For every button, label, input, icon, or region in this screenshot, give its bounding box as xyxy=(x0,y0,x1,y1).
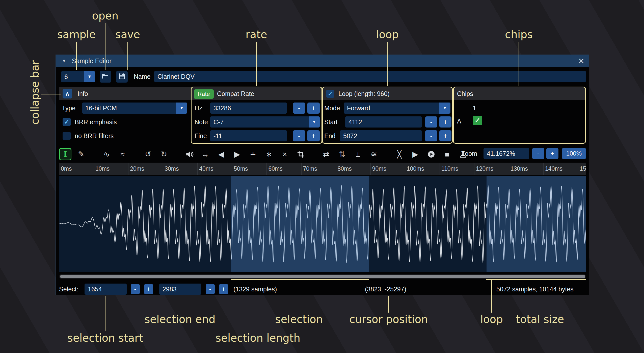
annotation-line-total-size xyxy=(540,296,540,313)
loop-end-minus-button[interactable]: - xyxy=(425,130,437,141)
annotation-line-collapse-bar xyxy=(41,94,61,94)
sample-editor-window: ▼ Sample Editor × 6 ▼ Name Clarinet DQV … xyxy=(56,55,589,295)
undo-icon[interactable]: ↺ xyxy=(142,148,154,160)
type-dropdown-value[interactable]: 16-bit PCM xyxy=(82,103,176,114)
apply-silence-icon[interactable]: ∗ xyxy=(263,148,275,160)
selection-end-input[interactable]: 2983 xyxy=(159,284,201,295)
crossfade-icon[interactable]: ╳ xyxy=(393,148,406,160)
stop-icon[interactable]: ■ xyxy=(441,148,453,160)
sample-selector[interactable]: 6 ▼ xyxy=(61,71,95,82)
hz-minus-button[interactable]: - xyxy=(293,103,305,114)
annotation-save: save xyxy=(115,28,140,41)
selection-length-text: (1329 samples) xyxy=(233,284,277,295)
hz-plus-button[interactable]: + xyxy=(307,103,320,114)
zoom-out-button[interactable]: - xyxy=(532,148,544,159)
selection-start-minus-button[interactable]: - xyxy=(131,284,140,294)
annotation-selection-length: selection length xyxy=(216,332,300,344)
loop-mode-value[interactable]: Forward xyxy=(344,103,439,114)
ruler-tick-label: 50ms xyxy=(234,165,248,172)
chevron-down-icon[interactable]: ▼ xyxy=(176,103,187,114)
open-button[interactable] xyxy=(100,71,111,83)
preview-loop-icon[interactable] xyxy=(425,148,437,160)
chevron-up-icon: ∧ xyxy=(65,90,70,97)
invert-icon[interactable]: ⇅ xyxy=(336,148,348,160)
redo-icon[interactable]: ↻ xyxy=(158,148,170,160)
note-dropdown[interactable]: C-7 ▼ xyxy=(210,116,320,128)
selection-end-plus-button[interactable]: + xyxy=(219,284,228,294)
trim-icon[interactable] xyxy=(294,148,307,160)
insert-silence-icon[interactable]: ∸ xyxy=(247,148,259,160)
time-ruler[interactable]: 0ms10ms20ms30ms40ms50ms60ms70ms80ms90ms1… xyxy=(59,163,586,175)
annotation-line-selection xyxy=(299,279,299,313)
fade-in-icon[interactable]: ◀ xyxy=(215,148,227,160)
fine-minus-button[interactable]: - xyxy=(293,130,305,141)
selection-end-minus-button[interactable]: - xyxy=(206,284,215,294)
loop-end-label: End xyxy=(324,130,335,141)
annotation-loop: loop xyxy=(376,28,399,41)
normalize-icon[interactable]: ↔ xyxy=(199,148,211,160)
draw-tool-icon[interactable]: ✎ xyxy=(75,148,87,160)
selection-start-plus-button[interactable]: + xyxy=(144,284,153,294)
chip-enable-checkbox[interactable]: ✓ xyxy=(473,116,482,125)
annotation-bracket-loop xyxy=(486,279,586,280)
ruler-tick xyxy=(266,163,267,175)
zoom-input[interactable]: 41.1672% xyxy=(484,148,529,159)
sign-change-icon[interactable]: ± xyxy=(352,148,364,160)
fine-plus-button[interactable]: + xyxy=(307,130,320,141)
amplify-icon[interactable] xyxy=(183,148,196,160)
hz-input[interactable]: 33286 xyxy=(210,103,287,114)
loop-end-input[interactable]: 5072 xyxy=(340,130,422,141)
chevron-down-icon[interactable]: ▼ xyxy=(309,116,320,128)
fine-input[interactable]: -11 xyxy=(210,130,287,141)
ruler-tick xyxy=(405,163,405,175)
sample-edit-toolbar: I✎∿≈↺↻↔◀▶∸∗×⇄⇅±≋╳▶■ xyxy=(59,148,469,160)
ruler-tick xyxy=(509,163,509,175)
annotation-selection-start: selection start xyxy=(67,332,143,344)
ruler-tick-label: 80ms xyxy=(338,165,352,172)
scrollbar-grabber[interactable] xyxy=(60,275,585,278)
annotation-line-selection-end xyxy=(180,296,180,313)
ruler-tick-label: 60ms xyxy=(268,165,282,172)
folder-open-icon xyxy=(101,72,110,81)
ruler-tick xyxy=(336,163,336,175)
filter-icon[interactable]: ≋ xyxy=(368,148,380,160)
chevron-down-icon[interactable]: ▼ xyxy=(439,103,450,114)
select-tool-icon[interactable]: I xyxy=(59,148,71,160)
close-icon[interactable]: × xyxy=(578,55,584,67)
loop-enable-checkbox[interactable]: ✓ xyxy=(326,90,334,98)
window-collapse-icon[interactable]: ▼ xyxy=(62,58,66,64)
selection-region[interactable] xyxy=(231,176,369,272)
preview-icon[interactable]: ▶ xyxy=(409,148,421,160)
brr-emphasis-label: BRR emphasis xyxy=(75,116,117,128)
chip-index-label: 1 xyxy=(473,103,476,114)
save-button[interactable] xyxy=(116,71,128,83)
brr-emphasis-checkbox[interactable]: ✓ xyxy=(63,118,71,126)
rate-type-badge[interactable]: Rate xyxy=(194,89,214,99)
ruler-tick-label: 150ms xyxy=(580,165,586,172)
loop-mode-dropdown[interactable]: Forward ▼ xyxy=(344,103,450,114)
window-titlebar[interactable]: ▼ Sample Editor × xyxy=(56,55,589,67)
delete-icon[interactable]: × xyxy=(279,148,291,160)
waveform-view[interactable] xyxy=(59,176,586,272)
fade-out-icon[interactable]: ▶ xyxy=(231,148,243,160)
no-brr-filters-checkbox[interactable] xyxy=(63,132,71,140)
resample-icon[interactable]: ≈ xyxy=(116,148,129,160)
sample-name-input[interactable]: Clarinet DQV xyxy=(154,71,586,82)
type-dropdown[interactable]: 16-bit PCM ▼ xyxy=(82,103,187,114)
loop-start-minus-button[interactable]: - xyxy=(425,116,437,128)
collapse-bar-button[interactable]: ∧ xyxy=(63,89,72,98)
resize-icon[interactable]: ∿ xyxy=(100,148,113,160)
loop-region[interactable] xyxy=(487,176,586,272)
chevron-down-icon[interactable]: ▼ xyxy=(84,71,95,82)
annotation-selection: selection xyxy=(275,313,323,325)
sample-selector-value[interactable]: 6 xyxy=(61,71,84,82)
loop-start-input[interactable]: 4112 xyxy=(345,116,422,128)
note-dropdown-value[interactable]: C-7 xyxy=(210,116,309,128)
loop-start-plus-button[interactable]: + xyxy=(439,116,451,128)
selection-start-input[interactable]: 1654 xyxy=(85,284,127,295)
zoom-in-button[interactable]: + xyxy=(546,148,558,159)
loop-end-plus-button[interactable]: + xyxy=(439,130,451,141)
reverse-icon[interactable]: ⇄ xyxy=(320,148,332,160)
waveform-scrollbar[interactable] xyxy=(59,274,586,279)
zoom-reset-button[interactable]: 100% xyxy=(562,148,586,159)
